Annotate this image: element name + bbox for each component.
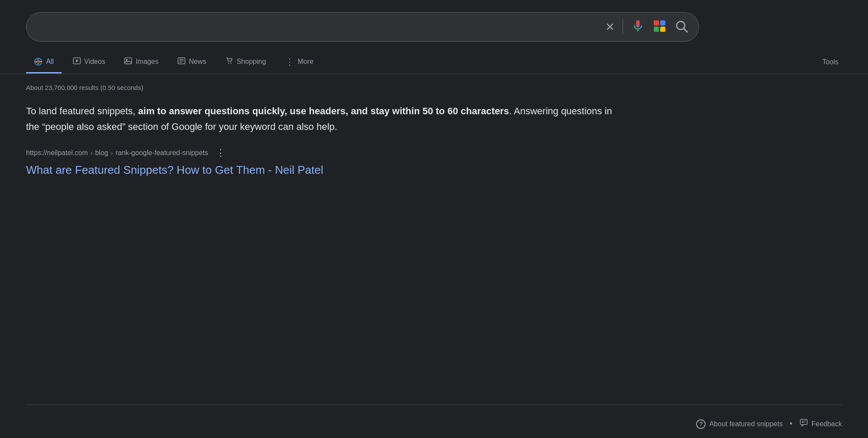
- about-icon: ?: [696, 419, 706, 429]
- breadcrumb-2: rank-google-featured-snippets: [116, 149, 208, 157]
- tab-videos[interactable]: Videos: [65, 51, 113, 74]
- tabs-container: All Videos Images: [0, 50, 868, 74]
- svg-point-18: [228, 63, 229, 63]
- tab-shopping[interactable]: Shopping: [218, 51, 274, 74]
- dot-separator: •: [789, 419, 792, 428]
- featured-snippet: To land featured snippets, aim to answer…: [0, 91, 651, 135]
- svg-rect-12: [125, 58, 132, 64]
- tab-images[interactable]: Images: [116, 51, 166, 74]
- svg-rect-2: [654, 27, 659, 32]
- lens-icon[interactable]: [653, 19, 667, 35]
- search-divider: [623, 19, 623, 35]
- tab-news-label: News: [189, 58, 206, 66]
- search-actions: ✕: [605, 19, 688, 35]
- microphone-icon[interactable]: [631, 19, 645, 35]
- tab-all-label: All: [46, 58, 54, 66]
- source-url: https://neilpatel.com › blog › rank-goog…: [26, 147, 495, 159]
- source-container: https://neilpatel.com › blog › rank-goog…: [0, 135, 521, 178]
- tab-tools[interactable]: Tools: [819, 52, 842, 72]
- svg-line-5: [684, 29, 687, 32]
- images-tab-icon: [124, 57, 132, 67]
- result-title[interactable]: What are Featured Snippets? How to Get T…: [26, 163, 323, 176]
- feedback-icon: [799, 418, 808, 429]
- all-tab-icon: [34, 57, 43, 66]
- source-url-text: https://neilpatel.com › blog › rank-goog…: [26, 149, 208, 157]
- news-tab-icon: [178, 57, 185, 67]
- snippet-text-bold: aim to answer questions quickly, use hea…: [138, 106, 509, 116]
- tab-all[interactable]: All: [26, 51, 62, 73]
- breadcrumb-1: blog: [95, 149, 108, 157]
- bottom-bar: ? About featured snippets • Feedback: [0, 410, 868, 438]
- search-bar: how to get featured snippet ✕: [26, 12, 699, 42]
- search-button[interactable]: [674, 19, 688, 35]
- tab-news[interactable]: News: [170, 51, 214, 74]
- more-tab-icon: ⋮: [285, 56, 294, 67]
- tab-more[interactable]: ⋮ More: [277, 50, 321, 74]
- snippet-text: To land featured snippets, aim to answer…: [26, 103, 625, 135]
- snippet-text-before: To land featured snippets,: [26, 106, 138, 116]
- url-base: https://neilpatel.com: [26, 149, 88, 157]
- svg-rect-20: [800, 419, 807, 425]
- source-menu-icon[interactable]: ⋮: [216, 147, 225, 159]
- shopping-tab-icon: [225, 57, 233, 67]
- search-input[interactable]: how to get featured snippet: [37, 21, 605, 33]
- svg-rect-1: [660, 20, 665, 26]
- svg-rect-0: [654, 20, 659, 26]
- tab-more-label: More: [298, 58, 314, 66]
- breadcrumb-chevron-1: ›: [90, 149, 92, 156]
- svg-point-13: [126, 59, 128, 61]
- feedback-button[interactable]: Feedback: [799, 418, 842, 429]
- svg-point-19: [231, 63, 231, 63]
- tab-images-label: Images: [135, 58, 158, 66]
- bottom-separator: [26, 405, 842, 405]
- svg-rect-3: [660, 27, 665, 32]
- about-snippets[interactable]: ? About featured snippets: [696, 419, 782, 429]
- clear-icon[interactable]: ✕: [605, 20, 615, 34]
- tab-shopping-label: Shopping: [237, 58, 266, 66]
- tabs-left: All Videos Images: [26, 50, 321, 74]
- search-bar-container: how to get featured snippet ✕: [0, 0, 868, 42]
- svg-marker-11: [76, 59, 79, 62]
- results-count: About 23,700,000 results (0.50 seconds): [0, 74, 868, 91]
- about-snippets-label: About featured snippets: [709, 420, 782, 428]
- tab-videos-label: Videos: [84, 58, 106, 66]
- videos-tab-icon: [73, 57, 81, 67]
- breadcrumb-chevron-2: ›: [111, 149, 113, 156]
- feedback-label: Feedback: [812, 420, 842, 428]
